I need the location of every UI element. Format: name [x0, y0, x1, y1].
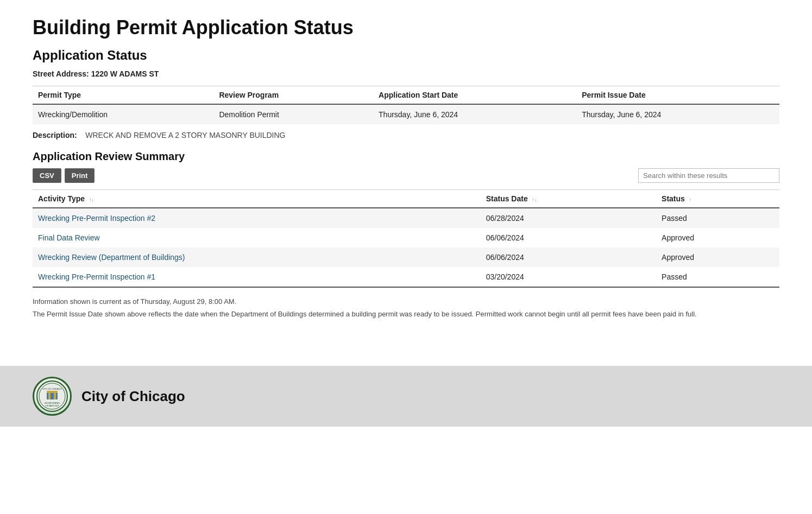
print-button[interactable]: Print: [65, 168, 95, 183]
current-as-of-text: Information shown is current as of Thurs…: [33, 297, 779, 306]
status-cell: Approved: [656, 248, 779, 267]
permit-type-cell: Wrecking/Demolition: [33, 104, 213, 124]
svg-text:INCORPORATED: INCORPORATED: [45, 402, 60, 404]
svg-rect-4: [48, 393, 51, 399]
svg-text:CITY OF CHICAGO: CITY OF CHICAGO: [42, 388, 61, 390]
description-value: WRECK AND REMOVE A 2 STORY MASONRY BUILD…: [85, 131, 285, 139]
status-date-cell: 06/06/2024: [481, 248, 656, 267]
review-table-row: Final Data Review06/06/2024Approved: [33, 228, 779, 248]
status-cell: Approved: [656, 228, 779, 248]
status-sort-icon[interactable]: ↑: [689, 198, 692, 202]
toolbar-row: CSV Print: [33, 168, 779, 183]
status-date-col-header: Status Date ↑↓: [481, 190, 656, 208]
activity-type-cell: Final Data Review: [33, 228, 481, 248]
activity-type-col-header: Activity Type ↑↓: [33, 190, 481, 208]
svg-rect-6: [47, 391, 58, 393]
search-container: [638, 168, 779, 183]
city-seal: CITY OF CHICAGO INCORPORATED 4TH MARCH 1…: [33, 377, 72, 416]
review-table-row: Wrecking Review (Department of Buildings…: [33, 248, 779, 267]
permit-table: Permit Type Review Program Application S…: [33, 86, 779, 124]
status-date-cell: 06/28/2024: [481, 208, 656, 228]
footer: CITY OF CHICAGO INCORPORATED 4TH MARCH 1…: [0, 366, 812, 427]
review-program-col-header: Review Program: [213, 86, 373, 105]
street-address: Street Address: 1220 W ADAMS ST: [33, 69, 779, 78]
review-program-cell: Demolition Permit: [213, 104, 373, 124]
page-title: Building Permit Application Status: [33, 16, 779, 39]
permit-table-row: Wrecking/Demolition Demolition Permit Th…: [33, 104, 779, 124]
status-date-cell: 06/06/2024: [481, 228, 656, 248]
description-row: Description: WRECK AND REMOVE A 2 STORY …: [33, 131, 779, 139]
permit-issue-date-col-header: Permit Issue Date: [576, 86, 779, 105]
review-summary-title: Application Review Summary: [33, 150, 779, 163]
status-date-cell: 03/20/2024: [481, 267, 656, 287]
review-table: Activity Type ↑↓ Status Date ↑↓ Status ↑…: [33, 189, 779, 288]
csv-button[interactable]: CSV: [33, 168, 61, 183]
permit-note-text: The Permit Issue Date shown above reflec…: [33, 310, 779, 318]
main-content: Building Permit Application Status Appli…: [0, 0, 812, 344]
footer-city-name: City of Chicago: [81, 388, 185, 405]
search-input[interactable]: [638, 168, 779, 183]
app-start-date-cell: Thursday, June 6, 2024: [373, 104, 576, 124]
permit-issue-date-cell: Thursday, June 6, 2024: [576, 104, 779, 124]
status-cell: Passed: [656, 208, 779, 228]
svg-text:4TH MARCH 1837: 4TH MARCH 1837: [45, 405, 59, 407]
activity-type-cell: Wrecking Pre-Permit Inspection #1: [33, 267, 481, 287]
activity-type-cell: Wrecking Pre-Permit Inspection #2: [33, 208, 481, 228]
status-cell: Passed: [656, 267, 779, 287]
app-start-date-col-header: Application Start Date: [373, 86, 576, 105]
activity-type-sort-icon[interactable]: ↑↓: [89, 198, 94, 202]
status-date-sort-icon[interactable]: ↑↓: [532, 198, 537, 202]
status-col-header: Status ↑: [656, 190, 779, 208]
review-table-row: Wrecking Pre-Permit Inspection #103/20/2…: [33, 267, 779, 287]
section-subtitle: Application Status: [33, 48, 779, 63]
description-label: Description:: [33, 131, 77, 139]
permit-type-col-header: Permit Type: [33, 86, 213, 105]
street-address-value: 1220 W ADAMS ST: [91, 69, 159, 78]
review-table-row: Wrecking Pre-Permit Inspection #206/28/2…: [33, 208, 779, 228]
city-seal-svg: CITY OF CHICAGO INCORPORATED 4TH MARCH 1…: [36, 380, 68, 413]
street-address-label: Street Address:: [33, 69, 89, 78]
toolbar-left: CSV Print: [33, 168, 95, 183]
svg-rect-5: [54, 393, 56, 399]
activity-type-cell: Wrecking Review (Department of Buildings…: [33, 248, 481, 267]
